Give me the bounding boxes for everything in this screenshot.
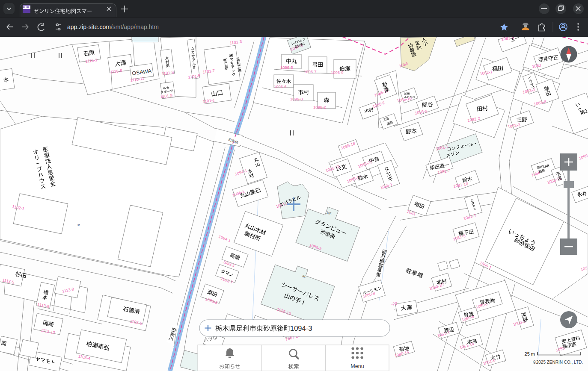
svg-text:1096-6: 1096-6 [274,84,287,89]
svg-text:app.zip-site.com/smt/app/map.h: app.zip-site.com/smt/app/map.htm [67,24,159,30]
svg-text:1094-3: 1094-3 [290,324,312,332]
svg-text:-20: -20 [391,301,397,306]
svg-text:©2025 ZENRIN CO., LTD.: ©2025 ZENRIN CO., LTD. [533,360,583,365]
svg-text:Menu: Menu [350,363,364,369]
svg-text:1096-2: 1096-2 [313,105,326,109]
svg-text:1096-7: 1096-7 [304,69,317,74]
svg-text:25 m: 25 m [525,351,535,356]
svg-text:1096-8: 1096-8 [290,97,303,101]
svg-text:1096-5: 1096-5 [280,65,293,70]
